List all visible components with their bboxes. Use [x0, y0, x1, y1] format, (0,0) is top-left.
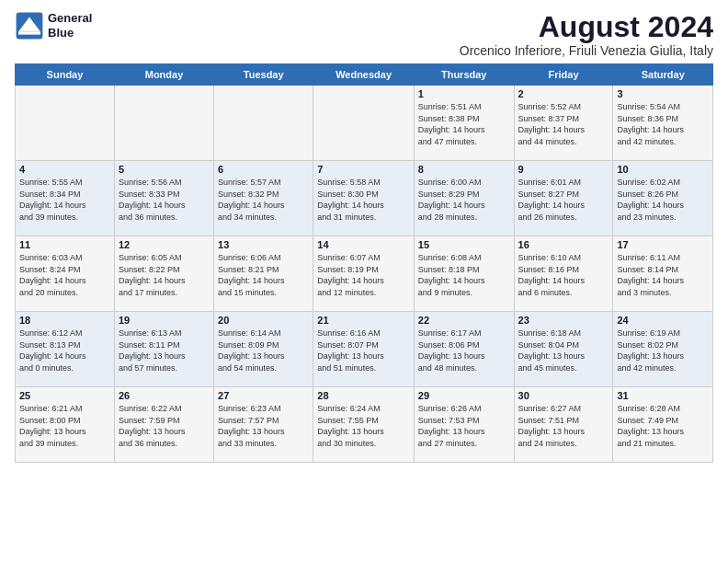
header: General Blue August 2024 Orcenico Inferi… — [15, 11, 713, 58]
calendar-cell: 22Sunrise: 6:17 AM Sunset: 8:06 PM Dayli… — [414, 312, 514, 387]
day-info: Sunrise: 6:06 AM Sunset: 8:21 PM Dayligh… — [218, 252, 309, 298]
logo: General Blue — [15, 11, 92, 40]
day-number: 15 — [418, 239, 510, 250]
day-number: 21 — [317, 315, 410, 326]
day-number: 10 — [617, 164, 709, 175]
logo-text: General Blue — [48, 11, 92, 40]
day-info: Sunrise: 6:21 AM Sunset: 8:00 PM Dayligh… — [19, 403, 110, 449]
day-number: 29 — [418, 390, 510, 401]
day-info: Sunrise: 6:13 AM Sunset: 8:11 PM Dayligh… — [119, 327, 210, 373]
calendar-week-4: 18Sunrise: 6:12 AM Sunset: 8:13 PM Dayli… — [16, 312, 713, 387]
calendar-week-5: 25Sunrise: 6:21 AM Sunset: 8:00 PM Dayli… — [16, 387, 713, 463]
day-info: Sunrise: 5:57 AM Sunset: 8:32 PM Dayligh… — [218, 177, 309, 223]
day-number: 23 — [518, 315, 609, 326]
day-info: Sunrise: 6:24 AM Sunset: 7:55 PM Dayligh… — [317, 403, 410, 449]
calendar-cell — [214, 86, 313, 161]
calendar-cell: 31Sunrise: 6:28 AM Sunset: 7:49 PM Dayli… — [613, 387, 713, 463]
calendar-cell — [16, 86, 115, 161]
weekday-header-saturday: Saturday — [613, 64, 713, 86]
day-number: 27 — [218, 390, 309, 401]
day-number: 19 — [119, 315, 210, 326]
day-info: Sunrise: 6:12 AM Sunset: 8:13 PM Dayligh… — [19, 327, 110, 373]
calendar-cell: 28Sunrise: 6:24 AM Sunset: 7:55 PM Dayli… — [313, 387, 415, 463]
day-number: 24 — [617, 315, 709, 326]
calendar-cell: 27Sunrise: 6:23 AM Sunset: 7:57 PM Dayli… — [214, 387, 313, 463]
day-number: 12 — [119, 239, 210, 250]
day-info: Sunrise: 5:54 AM Sunset: 8:36 PM Dayligh… — [617, 101, 709, 147]
day-info: Sunrise: 5:56 AM Sunset: 8:33 PM Dayligh… — [119, 177, 210, 223]
day-info: Sunrise: 6:16 AM Sunset: 8:07 PM Dayligh… — [317, 327, 410, 373]
calendar-cell: 3Sunrise: 5:54 AM Sunset: 8:36 PM Daylig… — [613, 86, 713, 161]
calendar-cell: 9Sunrise: 6:01 AM Sunset: 8:27 PM Daylig… — [514, 161, 613, 236]
day-number: 30 — [518, 390, 609, 401]
calendar-cell: 11Sunrise: 6:03 AM Sunset: 8:24 PM Dayli… — [16, 236, 115, 312]
calendar-cell: 29Sunrise: 6:26 AM Sunset: 7:53 PM Dayli… — [414, 387, 514, 463]
calendar-cell: 10Sunrise: 6:02 AM Sunset: 8:26 PM Dayli… — [613, 161, 713, 236]
calendar-cell: 21Sunrise: 6:16 AM Sunset: 8:07 PM Dayli… — [313, 312, 415, 387]
day-info: Sunrise: 6:02 AM Sunset: 8:26 PM Dayligh… — [617, 177, 709, 223]
day-number: 25 — [19, 390, 110, 401]
calendar-cell: 25Sunrise: 6:21 AM Sunset: 8:00 PM Dayli… — [16, 387, 115, 463]
calendar-week-1: 1Sunrise: 5:51 AM Sunset: 8:38 PM Daylig… — [16, 86, 713, 161]
day-number: 1 — [418, 88, 510, 99]
main-title: August 2024 — [460, 11, 713, 43]
day-number: 16 — [518, 239, 609, 250]
day-number: 20 — [218, 315, 309, 326]
weekday-header-wednesday: Wednesday — [313, 64, 415, 86]
day-number: 8 — [418, 164, 510, 175]
calendar-cell: 20Sunrise: 6:14 AM Sunset: 8:09 PM Dayli… — [214, 312, 313, 387]
day-number: 6 — [218, 164, 309, 175]
day-info: Sunrise: 6:28 AM Sunset: 7:49 PM Dayligh… — [617, 403, 709, 449]
calendar-cell: 19Sunrise: 6:13 AM Sunset: 8:11 PM Dayli… — [114, 312, 213, 387]
calendar-cell: 6Sunrise: 5:57 AM Sunset: 8:32 PM Daylig… — [214, 161, 313, 236]
day-number: 17 — [617, 239, 709, 250]
calendar-cell: 14Sunrise: 6:07 AM Sunset: 8:19 PM Dayli… — [313, 236, 415, 312]
day-number: 3 — [617, 88, 709, 99]
weekday-header-sunday: Sunday — [16, 64, 115, 86]
day-number: 5 — [119, 164, 210, 175]
day-info: Sunrise: 6:23 AM Sunset: 7:57 PM Dayligh… — [218, 403, 309, 449]
calendar-cell — [114, 86, 213, 161]
day-info: Sunrise: 6:19 AM Sunset: 8:02 PM Dayligh… — [617, 327, 709, 373]
calendar-cell: 18Sunrise: 6:12 AM Sunset: 8:13 PM Dayli… — [16, 312, 115, 387]
day-number: 14 — [317, 239, 410, 250]
calendar-cell: 26Sunrise: 6:22 AM Sunset: 7:59 PM Dayli… — [114, 387, 213, 463]
day-info: Sunrise: 6:00 AM Sunset: 8:29 PM Dayligh… — [418, 177, 510, 223]
weekday-header-tuesday: Tuesday — [214, 64, 313, 86]
day-info: Sunrise: 6:22 AM Sunset: 7:59 PM Dayligh… — [119, 403, 210, 449]
logo-line2: Blue — [48, 26, 92, 40]
day-info: Sunrise: 6:27 AM Sunset: 7:51 PM Dayligh… — [518, 403, 609, 449]
day-number: 2 — [518, 88, 609, 99]
day-info: Sunrise: 6:05 AM Sunset: 8:22 PM Dayligh… — [119, 252, 210, 298]
logo-icon — [15, 11, 44, 40]
day-info: Sunrise: 5:51 AM Sunset: 8:38 PM Dayligh… — [418, 101, 510, 147]
day-info: Sunrise: 6:17 AM Sunset: 8:06 PM Dayligh… — [418, 327, 510, 373]
calendar-cell: 30Sunrise: 6:27 AM Sunset: 7:51 PM Dayli… — [514, 387, 613, 463]
day-info: Sunrise: 5:58 AM Sunset: 8:30 PM Dayligh… — [317, 177, 410, 223]
calendar-header: SundayMondayTuesdayWednesdayThursdayFrid… — [16, 64, 713, 86]
day-info: Sunrise: 5:52 AM Sunset: 8:37 PM Dayligh… — [518, 101, 609, 147]
day-number: 4 — [19, 164, 110, 175]
calendar-body: 1Sunrise: 5:51 AM Sunset: 8:38 PM Daylig… — [16, 86, 713, 463]
day-info: Sunrise: 5:55 AM Sunset: 8:34 PM Dayligh… — [19, 177, 110, 223]
calendar-table: SundayMondayTuesdayWednesdayThursdayFrid… — [15, 63, 713, 463]
calendar-cell: 5Sunrise: 5:56 AM Sunset: 8:33 PM Daylig… — [114, 161, 213, 236]
day-number: 28 — [317, 390, 410, 401]
calendar-cell: 7Sunrise: 5:58 AM Sunset: 8:30 PM Daylig… — [313, 161, 415, 236]
calendar-cell: 17Sunrise: 6:11 AM Sunset: 8:14 PM Dayli… — [613, 236, 713, 312]
day-number: 31 — [617, 390, 709, 401]
svg-rect-2 — [18, 31, 40, 34]
day-info: Sunrise: 6:18 AM Sunset: 8:04 PM Dayligh… — [518, 327, 609, 373]
calendar-cell: 4Sunrise: 5:55 AM Sunset: 8:34 PM Daylig… — [16, 161, 115, 236]
calendar-cell: 23Sunrise: 6:18 AM Sunset: 8:04 PM Dayli… — [514, 312, 613, 387]
weekday-header-friday: Friday — [514, 64, 613, 86]
day-info: Sunrise: 6:14 AM Sunset: 8:09 PM Dayligh… — [218, 327, 309, 373]
calendar-cell: 24Sunrise: 6:19 AM Sunset: 8:02 PM Dayli… — [613, 312, 713, 387]
calendar-cell: 8Sunrise: 6:00 AM Sunset: 8:29 PM Daylig… — [414, 161, 514, 236]
day-info: Sunrise: 6:03 AM Sunset: 8:24 PM Dayligh… — [19, 252, 110, 298]
calendar-cell: 1Sunrise: 5:51 AM Sunset: 8:38 PM Daylig… — [414, 86, 514, 161]
header-row: SundayMondayTuesdayWednesdayThursdayFrid… — [16, 64, 713, 86]
calendar-cell: 16Sunrise: 6:10 AM Sunset: 8:16 PM Dayli… — [514, 236, 613, 312]
weekday-header-monday: Monday — [114, 64, 213, 86]
subtitle: Orcenico Inferiore, Friuli Venezia Giuli… — [460, 43, 713, 58]
